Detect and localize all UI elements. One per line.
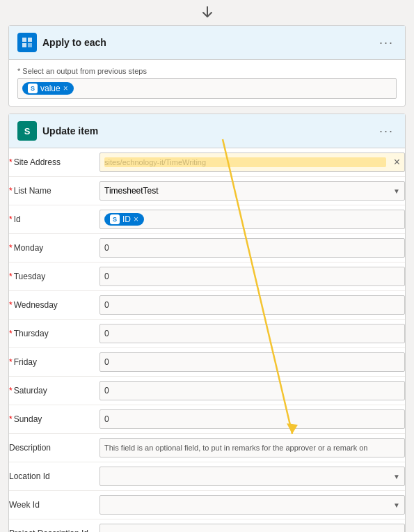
project-description-id-chevron: ▼ [393,530,400,533]
list-name-chevron: ▼ [393,187,400,195]
id-label: *Id [9,214,99,224]
id-token: S ID × [104,213,144,226]
project-description-id-row: Project Description Id ▼ [9,519,405,532]
value-token-close[interactable]: × [63,84,68,93]
svg-rect-3 [28,43,32,47]
week-id-select[interactable]: ▼ [99,495,405,515]
svg-rect-1 [28,38,32,42]
project-description-id-value: ▼ [99,524,405,532]
list-name-select[interactable]: TimesheetTest ▼ [99,181,405,201]
svg-rect-2 [22,43,26,47]
week-id-row: Week Id ▼ [9,491,405,519]
apply-to-each-icon [17,33,37,52]
value-token-box: S value × [17,78,397,99]
tuesday-value [99,267,405,286]
update-item-form: *Site Address sites/echnology-it/TimeWri… [9,148,405,532]
update-item-title: Update item [42,125,98,136]
apply-to-each-title: Apply to each [42,37,106,48]
id-token-box: S ID × [99,210,405,229]
id-token-close[interactable]: × [134,214,138,224]
id-value: S ID × [99,210,405,229]
apply-to-each-menu-button[interactable]: ··· [376,34,397,52]
site-address-input[interactable]: sites/echnology-it/TimeWriting × [99,152,405,172]
update-item-menu-button[interactable]: ··· [376,123,397,140]
location-id-select[interactable]: ▼ [99,467,405,486]
friday-label: *Friday [9,357,99,367]
wednesday-label: *Wednesday [9,300,99,310]
tuesday-label: *Tuesday [9,272,99,281]
week-id-chevron: ▼ [393,501,400,509]
thursday-label: *Thursday [9,329,99,338]
description-label: Description [9,443,99,453]
thursday-value [99,324,405,343]
site-address-row: *Site Address sites/echnology-it/TimeWri… [9,148,405,177]
list-name-row: *List Name TimesheetTest ▼ [9,177,405,205]
id-token-icon: S [110,214,120,224]
value-token-icon-text: S [31,85,35,92]
id-row: *Id S ID × [9,205,405,234]
update-item-header: S Update item ··· [9,114,405,148]
update-item-card: S Update item ··· *Site Address sites/ec… [8,114,406,532]
friday-row: *Friday [9,348,405,377]
site-address-highlight [104,157,386,167]
value-token-label: value [40,84,61,93]
location-id-chevron: ▼ [393,473,400,480]
site-address-label: *Site Address [9,157,99,167]
list-name-label: *List Name [9,186,99,196]
site-address-clear[interactable]: × [394,156,400,169]
thursday-input[interactable] [99,324,405,343]
friday-value [99,352,405,372]
wednesday-row: *Wednesday [9,291,405,320]
monday-value [99,238,405,258]
project-description-id-label: Project Description Id [9,529,99,532]
flow-arrow [0,0,414,25]
description-input[interactable]: This field is an optional field, to put … [99,438,405,457]
location-id-value: ▼ [99,467,405,486]
sunday-label: *Sunday [9,414,99,424]
description-value: This field is an optional field, to put … [99,438,405,457]
saturday-label: *Saturday [9,386,99,396]
update-item-icon: S [17,121,37,141]
tuesday-row: *Tuesday [9,263,405,291]
project-description-id-select[interactable]: ▼ [99,524,405,532]
site-address-value: sites/echnology-it/TimeWriting × [99,152,405,172]
wednesday-value [99,295,405,315]
sunday-input[interactable] [99,409,405,429]
description-row: Description This field is an optional fi… [9,434,405,462]
apply-to-each-header: Apply to each ··· [9,26,405,60]
tuesday-input[interactable] [99,267,405,286]
saturday-row: *Saturday [9,377,405,405]
location-id-row: Location Id ▼ [9,462,405,491]
svg-rect-0 [22,38,26,42]
location-id-label: Location Id [9,471,99,481]
friday-input[interactable] [99,352,405,372]
sunday-value [99,409,405,429]
select-output-label: * Select an output from previous steps [17,67,397,75]
week-id-label: Week Id [9,500,99,510]
apply-to-each-body: * Select an output from previous steps S… [9,60,405,106]
week-id-value: ▼ [99,495,405,515]
monday-row: *Monday [9,234,405,263]
thursday-row: *Thursday [9,320,405,348]
value-token: S value × [22,82,74,95]
monday-input[interactable] [99,238,405,258]
wednesday-input[interactable] [99,295,405,315]
saturday-input[interactable] [99,381,405,400]
apply-to-each-card: Apply to each ··· * Select an output fro… [8,25,406,107]
sunday-row: *Sunday [9,405,405,434]
saturday-value [99,381,405,400]
monday-label: *Monday [9,243,99,253]
list-name-value: TimesheetTest ▼ [99,181,405,201]
value-token-icon: S [28,84,38,93]
